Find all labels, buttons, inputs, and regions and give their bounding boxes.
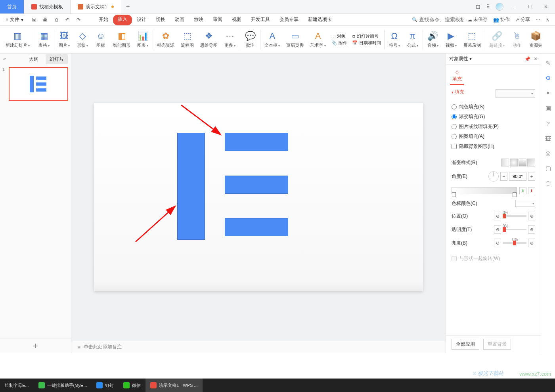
rbtn-object[interactable]: ⬚ 对象	[331, 33, 347, 39]
fill-solid[interactable]: 纯色填充(S)	[452, 102, 535, 112]
tab-templates[interactable]: 找稻壳模板	[24, 0, 71, 13]
rbtn-hyperlink[interactable]: 🔗超链接	[486, 28, 508, 52]
mtab-design[interactable]: 设计	[132, 14, 151, 25]
strip-location[interactable]: ◎	[544, 149, 552, 157]
tab-home[interactable]: 首页	[0, 0, 24, 13]
shape-hbar-1[interactable]	[225, 133, 288, 151]
rbtn-screen-record[interactable]: ⬚屏幕录制	[460, 28, 484, 52]
strip-help[interactable]: ?	[544, 119, 552, 127]
rbtn-action[interactable]: 🖱动作	[508, 28, 526, 52]
slide-list[interactable]: 1	[0, 65, 71, 338]
strip-3d[interactable]: ⬡	[544, 180, 552, 187]
shape-hbar-2[interactable]	[225, 176, 288, 194]
rbtn-new-slide[interactable]: ▥新建幻灯片	[2, 28, 33, 52]
collab-button[interactable]: 👥 协作	[493, 16, 510, 23]
position-slider[interactable]: 0%	[503, 215, 526, 217]
rbtn-attachment[interactable]: 📎 附件	[331, 40, 347, 46]
grad-preset-path[interactable]	[527, 159, 535, 166]
qat-save[interactable]: 🖫	[31, 16, 38, 23]
rbtn-wordart[interactable]: A艺术字	[307, 28, 329, 52]
close-panel-icon[interactable]: ✕	[534, 56, 538, 62]
fill-preset-dropdown[interactable]: ▾	[496, 89, 535, 98]
slide-item[interactable]: 1	[2, 67, 69, 101]
apps-icon[interactable]: ⠿	[486, 4, 490, 10]
grad-preset-rect[interactable]	[519, 159, 526, 166]
angle-increase[interactable]: +	[528, 172, 535, 181]
fill-hide-bg[interactable]: 隐藏背景图形(H)	[452, 142, 535, 151]
fill-pattern[interactable]: 图案填充(A)	[452, 132, 535, 142]
rbtn-chart[interactable]: 📊图表	[134, 28, 152, 52]
strip-design[interactable]: ✎	[544, 59, 552, 67]
position-decrease[interactable]: ⊖	[494, 212, 501, 220]
share-button[interactable]: ↗ 分享	[515, 16, 530, 23]
mtab-review[interactable]: 审阅	[208, 14, 227, 25]
strip-projection[interactable]: ▢	[544, 164, 552, 172]
unsaved-button[interactable]: ☁ 未保存	[467, 16, 488, 23]
taskbar-item[interactable]: 钉钉	[92, 379, 119, 392]
pin-icon[interactable]: 📌	[524, 56, 530, 62]
fill-picture[interactable]: 图片或纹理填充(P)	[452, 122, 535, 132]
apply-all-button[interactable]: 全部应用	[452, 339, 479, 350]
angle-input[interactable]	[509, 172, 526, 181]
rbtn-picture[interactable]: 🖼图片	[55, 28, 73, 52]
window-minimize[interactable]: —	[509, 4, 519, 10]
strip-settings[interactable]: ⚙	[544, 74, 552, 82]
rbtn-smartart[interactable]: ◧智能图形	[110, 28, 134, 52]
menu-more[interactable]: ⋯	[536, 17, 540, 23]
angle-dial[interactable]	[488, 171, 499, 182]
taskbar-item-active[interactable]: 演示文稿1 - WPS ...	[145, 379, 202, 392]
rbtn-more[interactable]: ⋯更多	[221, 28, 239, 52]
rbtn-resources[interactable]: 📦资源夹	[526, 28, 545, 52]
qat-print[interactable]: 🖶	[42, 16, 49, 23]
window-maximize[interactable]: ☐	[525, 4, 535, 10]
rbtn-table[interactable]: ▦表格	[35, 28, 53, 52]
stop-color-picker[interactable]: ▾	[515, 200, 535, 207]
reset-bg-button[interactable]: 重置背景	[483, 339, 511, 350]
panel-tab-fill[interactable]: ◇ 填充	[450, 68, 464, 85]
mtab-start[interactable]: 开始	[94, 14, 113, 25]
add-slide-button[interactable]: +	[0, 338, 71, 353]
layout-icon[interactable]: ⊡	[476, 4, 480, 10]
mtab-transition[interactable]: 切换	[151, 14, 170, 25]
grad-preset-radial[interactable]	[510, 159, 518, 166]
taskbar-item[interactable]: 微信	[119, 379, 145, 392]
rbtn-audio[interactable]: 🔊音频	[424, 28, 442, 52]
fill-gradient[interactable]: 渐变填充(G)	[452, 112, 535, 122]
rbtn-mindmap[interactable]: ❖思维导图	[197, 28, 221, 52]
window-close[interactable]: ✕	[541, 4, 551, 10]
transparency-slider[interactable]: 0%	[503, 229, 526, 230]
rbtn-equation[interactable]: π公式	[404, 28, 422, 52]
rbtn-slide-number[interactable]: ⧉ 幻灯片编号	[352, 33, 381, 39]
gradient-stop-1[interactable]	[452, 192, 456, 197]
rbtn-flowchart[interactable]: ⬚流程图	[178, 28, 197, 52]
brightness-slider[interactable]: 0%	[503, 242, 526, 244]
angle-decrease[interactable]: −	[500, 172, 507, 181]
rbtn-docer[interactable]: ✿稻壳资源	[154, 28, 178, 52]
remove-stop[interactable]: ⬆	[528, 187, 535, 194]
rbtn-header-footer[interactable]: ▭页眉页脚	[283, 28, 307, 52]
brightness-decrease[interactable]: ⊖	[494, 239, 501, 247]
mtab-newtab[interactable]: 新建选项卡	[303, 14, 337, 25]
command-search[interactable]	[412, 15, 463, 24]
user-avatar[interactable]	[496, 3, 503, 11]
qat-preview[interactable]: ⎙	[53, 16, 60, 23]
qat-redo[interactable]: ↷	[75, 16, 82, 23]
grad-preset-linear[interactable]	[501, 159, 509, 166]
taskbar-item[interactable]: 一键排版助手(MyE...	[34, 379, 92, 392]
mtab-insert[interactable]: 插入	[113, 15, 132, 25]
rbtn-shapes[interactable]: ◇形状	[73, 28, 92, 52]
gradient-stop-2[interactable]	[513, 192, 517, 197]
panel-collapse[interactable]: «	[3, 56, 6, 62]
tab-add[interactable]: +	[121, 0, 135, 13]
file-menu[interactable]: ≡ 文件 ▾	[2, 15, 27, 24]
mtab-member[interactable]: 会员专享	[275, 14, 303, 25]
slide-canvas[interactable]	[94, 103, 423, 291]
mtab-view[interactable]: 视图	[227, 14, 246, 25]
notes-bar[interactable]: ≡ 单击此处添加备注	[71, 341, 446, 353]
rotate-with-shape[interactable]: 与形状一起旋转(W)	[452, 254, 535, 264]
gradient-bar[interactable]	[452, 187, 517, 194]
brightness-increase[interactable]: ⊕	[528, 239, 535, 247]
rbtn-comment[interactable]: 💬批注	[241, 28, 259, 52]
tab-document[interactable]: 演示文稿1	[71, 0, 121, 13]
rbtn-datetime[interactable]: 📅 日期和时间	[352, 40, 381, 46]
